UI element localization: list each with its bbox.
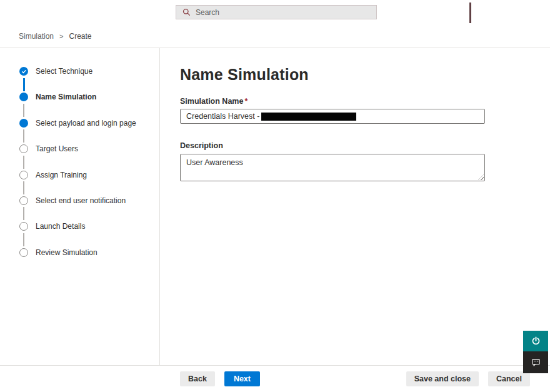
step-select-payload[interactable]: Select payload and login page <box>19 119 159 144</box>
power-icon <box>531 336 541 346</box>
description-label: Description <box>180 141 485 150</box>
main-content: Name Simulation Simulation Name* Credent… <box>160 48 550 365</box>
gear-icon <box>488 8 498 18</box>
page-title: Name Simulation <box>180 66 550 84</box>
step-end-user-notification[interactable]: Select end user notification <box>19 196 159 222</box>
body: Select Technique Name Simulation Select … <box>0 48 550 365</box>
step-target-users[interactable]: Target Users <box>19 144 159 170</box>
step-empty-dot <box>19 196 28 205</box>
step-name-simulation[interactable]: Name Simulation <box>19 93 159 118</box>
search-placeholder: Search <box>196 8 219 17</box>
search-box[interactable]: Search <box>176 6 376 19</box>
topbar-actions: ? FA <box>482 0 550 25</box>
settings-button[interactable] <box>482 0 502 25</box>
feedback-button[interactable] <box>523 351 548 373</box>
simulation-name-field: Simulation Name* Credentials Harvest - <box>180 97 485 124</box>
simulation-name-label: Simulation Name* <box>180 97 485 106</box>
simulation-name-value: Credentials Harvest - <box>186 112 259 121</box>
step-launch-details[interactable]: Launch Details <box>19 222 159 248</box>
description-value: User Awareness <box>186 158 243 167</box>
next-button[interactable]: Next <box>224 371 260 386</box>
step-filled-dot <box>19 119 28 128</box>
wizard-step-list: Select Technique Name Simulation Select … <box>19 67 159 274</box>
step-review-simulation[interactable]: Review Simulation <box>19 248 159 274</box>
wizard-footer: Back Next Save and close Cancel <box>0 365 550 392</box>
page: Microsoft 365 Defender Search ? FA <box>0 0 550 392</box>
save-and-close-button[interactable]: Save and close <box>406 371 479 386</box>
description-textarea[interactable]: User Awareness <box>180 154 485 181</box>
feedback-icon <box>531 357 541 368</box>
help-button[interactable]: ? <box>502 0 522 25</box>
description-field: Description User Awareness <box>180 141 485 181</box>
breadcrumb-separator: > <box>59 33 63 40</box>
step-empty-dot <box>19 171 28 179</box>
step-current-dot <box>19 93 28 101</box>
step-assign-training[interactable]: Assign Training <box>19 171 159 196</box>
breadcrumb: Simulation > Create <box>0 25 550 48</box>
app-launcher-button[interactable] <box>5 6 19 19</box>
resize-handle[interactable] <box>478 174 484 180</box>
floating-buttons <box>523 331 548 373</box>
breadcrumb-simulation[interactable]: Simulation <box>19 32 54 41</box>
checkmark-icon <box>21 69 27 74</box>
breadcrumb-create[interactable]: Create <box>69 32 91 41</box>
step-empty-dot <box>19 144 28 153</box>
redacted-text <box>261 113 356 121</box>
question-mark-icon: ? <box>510 8 515 18</box>
avatar: FA <box>528 4 545 21</box>
cancel-button[interactable]: Cancel <box>488 371 530 386</box>
required-marker: * <box>244 97 248 106</box>
guided-help-button[interactable] <box>523 331 548 351</box>
simulation-name-input[interactable]: Credentials Harvest - <box>180 109 485 124</box>
step-select-technique[interactable]: Select Technique <box>19 67 159 93</box>
step-completed-icon <box>19 67 28 76</box>
wizard-panel: Select Technique Name Simulation Select … <box>0 48 160 365</box>
photo-flagpole-silhouette <box>469 3 471 23</box>
step-empty-dot <box>19 222 28 231</box>
account-button[interactable]: FA <box>522 0 550 25</box>
back-button[interactable]: Back <box>180 371 215 386</box>
step-empty-dot <box>19 248 28 257</box>
topbar: Microsoft 365 Defender Search ? FA <box>0 0 550 25</box>
app-title: Microsoft 365 Defender <box>24 0 119 25</box>
search-icon <box>182 8 191 16</box>
